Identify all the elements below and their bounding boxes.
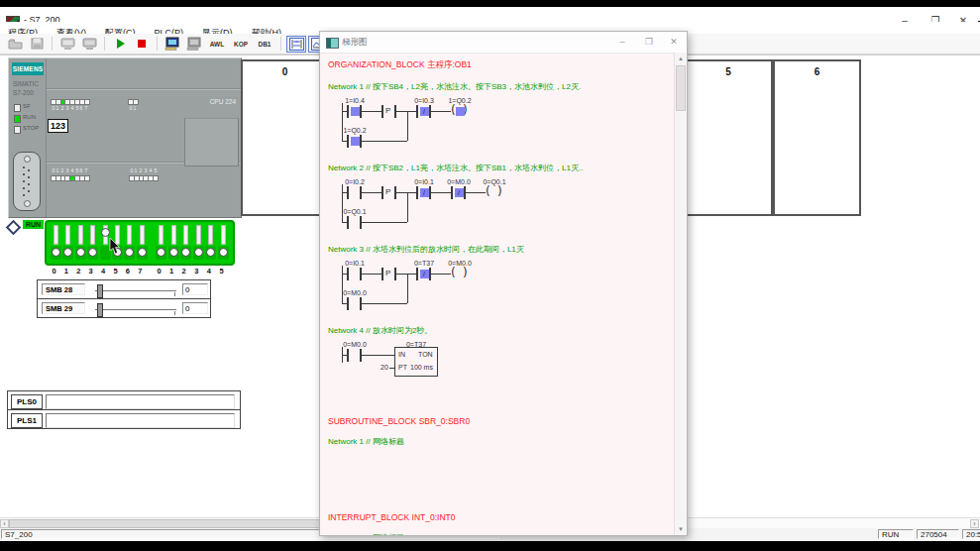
switch-number: 6 <box>122 267 133 276</box>
slider-track[interactable] <box>95 290 176 291</box>
monitor-gray-icon[interactable] <box>184 36 204 53</box>
toggle-switch-i4[interactable] <box>101 228 110 237</box>
output-box-0: 0 <box>241 59 329 216</box>
scroll-left-button[interactable]: ‹ <box>0 519 9 528</box>
power-flow-indicator: / <box>455 188 464 197</box>
save-icon[interactable] <box>27 36 47 53</box>
ladder-close-button[interactable]: ✕ <box>667 36 681 49</box>
wire <box>362 355 394 356</box>
slider-value-field[interactable]: 0 <box>182 302 208 314</box>
switch-slot-2 <box>78 225 83 245</box>
db9-pin <box>23 194 25 196</box>
db9-screw <box>24 200 31 207</box>
scroll-up-button[interactable]: ▲ <box>675 53 687 64</box>
toggle-switch-i2-5[interactable] <box>219 248 228 257</box>
letterbox-top <box>0 0 980 7</box>
block-header: INTERRUPT_BLOCK INT_0:INT0 <box>328 512 674 522</box>
network-comment: Network 1 // 网络标题 <box>328 436 674 447</box>
ladder-minimize-button[interactable]: – <box>615 36 629 49</box>
timer-pt-pin: PT <box>398 364 407 371</box>
contact-bar <box>416 105 418 118</box>
db9-pin <box>23 187 25 189</box>
power-flow-indicator: / <box>420 188 429 197</box>
toggle-switch-i0[interactable] <box>52 248 60 257</box>
upload-icon[interactable] <box>57 36 77 53</box>
power-flow-indicator <box>351 107 360 116</box>
timer-preset: 20 <box>381 364 388 371</box>
toolbar-separator <box>280 37 281 51</box>
slider-label: SMB 28 <box>42 283 85 295</box>
slider-track[interactable] <box>95 309 176 310</box>
network-comment: Network 3 // 水塔水到位后的放水时间，在此期间，L1灭 <box>328 244 674 255</box>
switch-slot-0 <box>159 225 163 245</box>
operand-label: 0=T37 <box>414 260 434 267</box>
scroll-down-button[interactable]: ▼ <box>675 523 687 535</box>
slider-value-field[interactable]: 0 <box>182 283 208 295</box>
operand-label: 0=T37 <box>406 341 426 348</box>
ladder-vertical-scrollbar[interactable]: ▲ ▼ <box>674 53 687 535</box>
slider-thumb[interactable] <box>97 284 103 298</box>
wire <box>396 111 416 112</box>
run-icon[interactable] <box>110 36 130 53</box>
led-sf <box>14 104 21 112</box>
wire <box>431 192 451 193</box>
io-led-7 <box>84 99 90 105</box>
toolbar-separator <box>104 37 105 51</box>
toggle-switch-i2-1[interactable] <box>169 248 178 257</box>
contact-bar <box>347 349 349 362</box>
switch-slot-7 <box>140 225 145 245</box>
io-led-label: 1 <box>133 105 138 110</box>
app-titlebar: - S7_200 – ❐ ✕ <box>0 7 980 21</box>
toolbar-button-db1[interactable]: DB1 <box>254 36 275 53</box>
input-switch-bank <box>45 220 235 266</box>
edge-detector-p: P <box>385 269 390 277</box>
switch-number-row: 01234567012345 <box>45 267 235 276</box>
ladder-maximize-button[interactable]: ❐ <box>642 36 656 49</box>
address-display: 123 <box>48 119 68 133</box>
operand-label: 0=M0.0 <box>447 178 471 185</box>
led-run <box>14 115 21 123</box>
db9-screw <box>24 156 31 163</box>
pls-value-field[interactable] <box>46 394 235 409</box>
toggle-switch-i7[interactable] <box>138 248 147 257</box>
status-led-row-run: RUN <box>14 113 44 123</box>
run-mode-badge: RUN <box>23 220 44 229</box>
slider-thumb[interactable] <box>97 303 103 317</box>
stop-icon[interactable] <box>132 36 152 53</box>
toggle-switch-i2-3[interactable] <box>194 248 203 257</box>
pls-value-field[interactable] <box>46 413 235 428</box>
toolbar-button-awl[interactable]: AWL <box>206 36 228 53</box>
scroll-right-button[interactable]: › <box>970 519 979 528</box>
wire-vertical <box>342 184 343 222</box>
ladder-window-titlebar[interactable]: 梯形图 – ❐ ✕ <box>320 32 687 54</box>
slider-row-smb-29: SMB 290 <box>37 298 211 318</box>
operand-label: 0=M0.0 <box>448 260 472 267</box>
expansion-port-cover <box>184 118 239 166</box>
db9-pin <box>23 173 25 175</box>
switch-slot-0 <box>54 225 58 245</box>
toolbar-button-kop[interactable]: KOP <box>230 36 252 53</box>
switch-slot-2 <box>183 225 188 245</box>
monitor-color-icon[interactable] <box>163 36 182 53</box>
wire <box>396 274 416 275</box>
wire-vertical <box>342 266 343 303</box>
switch-number: 2 <box>178 267 189 276</box>
slider-label: SMB 29 <box>42 302 85 314</box>
status-led-row-sf: SF <box>14 102 44 112</box>
pulse-output-rows: PLS0PLS1 <box>7 390 241 429</box>
switch-number: 5 <box>216 267 227 276</box>
io-led-5 <box>153 175 159 181</box>
toggle-switch-i2[interactable] <box>76 248 85 257</box>
ladder-scrollbar-thumb[interactable] <box>676 65 686 111</box>
switch-slot-4 <box>208 225 213 245</box>
switch-slot-3 <box>196 225 201 245</box>
download-icon[interactable] <box>79 36 99 53</box>
toolbar-separator <box>52 37 53 51</box>
ladder-status-icon[interactable] <box>286 36 306 53</box>
contact-bar <box>347 186 349 199</box>
contact-bar <box>416 186 418 199</box>
operand-label: 1=Q0.2 <box>343 127 366 134</box>
toggle-switch-i2-0[interactable] <box>157 248 165 257</box>
open-icon[interactable] <box>5 36 25 53</box>
switch-number: 2 <box>73 267 84 276</box>
